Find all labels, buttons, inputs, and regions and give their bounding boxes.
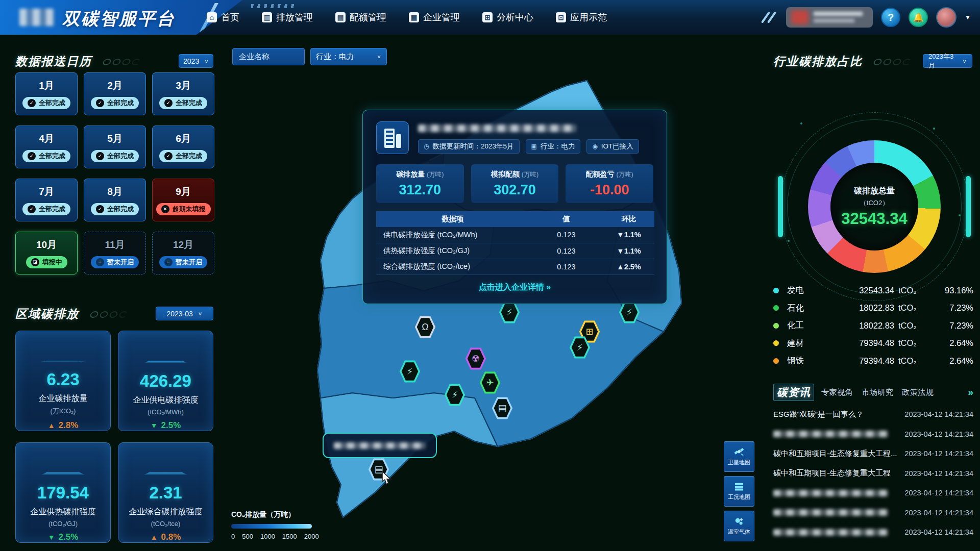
pedestal-glow: ◎ — [144, 472, 188, 475]
legend-row-steel[interactable]: 钢铁 79394.48 tCO₂ 2.64% — [773, 352, 973, 370]
calendar-grid: 1月 ✓全部完成 2月 ✓全部完成 3月 ✓全部完成 4月 ✓全部完成 5月 ✓… — [15, 72, 214, 274]
news-title-blurred — [773, 490, 888, 496]
calendar-year-select[interactable]: 2023∨ — [179, 54, 213, 68]
top-nav: 双碳智服平台 ⌂ 首页 ▥ 排放管理 ▤ 配额管理 ▦ 企业管理 ⊞ 分析中心 … — [0, 0, 980, 35]
news-item[interactable]: 2023-04-12 14:21:34 — [773, 483, 973, 503]
month-card-mar[interactable]: 3月 ✓全部完成 — [152, 72, 214, 115]
month-card-nov[interactable]: 11月 −暂未开启 — [84, 232, 146, 274]
stat-card-power-intensity[interactable]: ⚡ 426.29 企业供电碳排强度 (tCO₂/MWh) ▼2.5% — [118, 331, 213, 431]
month-card-oct[interactable]: 10月 ◪填报中 — [15, 232, 78, 274]
industry-section-title: 行业碳排放占比 — [773, 54, 913, 69]
month-card-apr[interactable]: 4月 ✓全部完成 — [15, 126, 78, 168]
news-header: 碳资讯 专家视角 市场研究 政策法规 » — [773, 384, 973, 401]
news-item[interactable]: 碳中和五期项目-生态修复重大工程... 2023-04-12 14:21:34 — [773, 444, 973, 464]
title-decoration — [90, 307, 129, 321]
nav-item-quota[interactable]: ▤ 配额管理 — [335, 11, 386, 23]
stat-unit: (tCO₂/GJ) — [48, 520, 78, 528]
tab-market-research[interactable]: 市场研究 — [862, 387, 893, 398]
legend-row-power[interactable]: 发电 32543.34 tCO₂ 93.16% — [773, 282, 973, 299]
stat-card-comprehensive-intensity[interactable]: ◎ 2.31 企业综合碳排放强度 (tCO₂/tce) ▲0.8% — [118, 442, 213, 543]
nav-item-label: 首页 — [221, 11, 239, 23]
news-more-arrow[interactable]: » — [968, 387, 973, 398]
greenhouse-gas-button[interactable]: 温室气体 — [724, 511, 754, 541]
working-condition-map-button[interactable]: 工况地图 — [724, 476, 754, 507]
check-icon: ✓ — [164, 99, 173, 107]
nav-item-enterprise[interactable]: ▦ 企业管理 — [409, 11, 460, 23]
month-card-jul[interactable]: 7月 ✓全部完成 — [15, 179, 78, 221]
legend-row-petrochemical[interactable]: 石化 18022.83 tCO₂ 7.23% — [773, 299, 973, 317]
pedestal-glow: CO₂ — [41, 361, 85, 362]
legend-dot — [773, 288, 779, 293]
platform-title: 双碳智服平台 — [62, 7, 176, 31]
user-avatar[interactable] — [936, 7, 957, 28]
legend-row-building-materials[interactable]: 建材 79394.48 tCO₂ 2.64% — [773, 335, 973, 353]
help-button[interactable]: ? — [881, 8, 900, 27]
industry-donut-chart: 碳排放总量 （tCO2） 32543.34 — [780, 112, 969, 301]
logo-image-blurred — [19, 9, 54, 26]
legend-dot — [773, 358, 779, 364]
col-header: 环比 — [603, 211, 654, 227]
month-card-jun[interactable]: 6月 ✓全部完成 — [152, 126, 214, 168]
news-item[interactable]: ESG跟“双碳”是一回事么？ 2023-04-12 14:21:34 — [773, 405, 973, 424]
calendar-section-title: 数据报送日历 — [15, 54, 142, 69]
chevron-down-icon: ∨ — [198, 311, 203, 316]
month-card-feb[interactable]: 2月 ✓全部完成 — [84, 72, 146, 115]
stat-unit: (万tCO₂) — [51, 407, 76, 416]
cross-icon: ✕ — [161, 205, 169, 213]
tab-expert-view[interactable]: 专家视角 — [821, 387, 853, 398]
nav-right: ? 🔔 ▼ — [761, 0, 971, 35]
industry-filter-select[interactable]: 行业：电力∨ — [310, 48, 387, 65]
region-month-select[interactable]: 2023-03∨ — [156, 307, 213, 320]
user-menu-caret-icon[interactable]: ▼ — [965, 14, 971, 21]
stat-change: ▼2.5% — [48, 532, 79, 542]
status-badge: −暂未开启 — [91, 256, 139, 268]
quota-icon: ▤ — [335, 12, 346, 22]
month-card-may[interactable]: 5月 ✓全部完成 — [84, 126, 146, 168]
month-card-jan[interactable]: 1月 ✓全部完成 — [15, 72, 78, 115]
company-name-input[interactable]: 企业名称 — [232, 48, 305, 65]
chevron-down-icon: ∨ — [204, 58, 209, 64]
month-card-aug[interactable]: 8月 ✓全部完成 — [84, 179, 146, 221]
nav-item-home[interactable]: ⌂ 首页 — [207, 11, 239, 23]
enterprise-popup: ◷数据更新时间：2023年5月 ▣行业：电力 ◉IOT已接入 碳排放量 (万吨)… — [362, 110, 667, 304]
news-item[interactable]: 2023-04-12 14:21:34 — [773, 424, 973, 444]
stat-card-heat-intensity[interactable]: ♨ 179.54 企业供热碳排强度 (tCO₂/GJ) ▼2.5% — [15, 442, 111, 543]
month-card-sep[interactable]: 9月 ✕超期未填报 — [152, 179, 214, 221]
check-icon: ✓ — [96, 152, 104, 160]
table-row: 供热碳排放强度 (tCO₂/GJ) 0.123 ▼1.1% — [376, 243, 654, 259]
nav-item-demo[interactable]: ⊡ 应用示范 — [556, 11, 607, 23]
slash-decoration — [761, 11, 778, 24]
month-card-dec[interactable]: 12月 −暂未开启 — [152, 232, 214, 274]
satellite-map-button[interactable]: 卫星地图 — [724, 441, 754, 472]
news-item[interactable]: 2023-04-12 14:21:34 — [773, 522, 973, 542]
check-icon: ✓ — [96, 99, 104, 107]
industry-badge: ▣行业：电力 — [526, 139, 581, 154]
news-item[interactable]: 碳中和五期项目-生态修复重大工程 2023-04-12 14:21:34 — [773, 464, 973, 484]
tab-policy[interactable]: 政策法规 — [902, 387, 934, 398]
map-hover-tooltip — [323, 433, 437, 458]
down-arrow-icon: ▼ — [48, 533, 55, 541]
building-icon — [376, 121, 409, 154]
heater-icon: ♨ — [55, 453, 70, 470]
nav-item-analysis[interactable]: ⊞ 分析中心 — [482, 11, 533, 23]
org-badge-blurred — [786, 7, 873, 28]
legend-gradient-bar — [231, 524, 312, 529]
notifications-button[interactable]: 🔔 — [909, 8, 928, 27]
table-row: 供电碳排放强度 (tCO₂/MWh) 0.123 ▼1.1% — [376, 227, 654, 243]
check-icon: ✓ — [164, 152, 173, 160]
news-item[interactable]: 2023-04-12 14:21:34 — [773, 503, 973, 523]
industry-donut[interactable] — [808, 140, 941, 273]
down-arrow-icon: ▼ — [617, 231, 624, 239]
popup-stat-quota: 模拟配额 (万吨) 302.70 — [471, 164, 559, 203]
status-badge: −暂未开启 — [159, 256, 207, 268]
check-icon: ✓ — [28, 99, 36, 107]
industry-month-select[interactable]: 2023年3月∨ — [923, 54, 972, 68]
nav-item-emission[interactable]: ▥ 排放管理 — [262, 11, 313, 23]
map-co2-legend: CO₂排放量（万吨） 0500 10001500 2000 — [231, 510, 323, 540]
enterprise-detail-link[interactable]: 点击进入企业详情 » — [376, 282, 653, 293]
gas-molecule-icon — [733, 517, 745, 526]
plug-icon: ⚡ — [160, 341, 172, 358]
nav-item-label: 排放管理 — [276, 11, 313, 23]
legend-row-chemical[interactable]: 化工 18022.83 tCO₂ 7.23% — [773, 317, 973, 335]
stat-card-emission[interactable]: CO₂ 6.23 企业碳排放量 (万tCO₂) ▲2.8% — [15, 331, 111, 431]
